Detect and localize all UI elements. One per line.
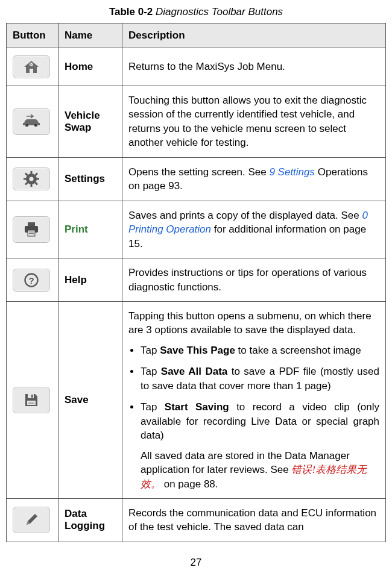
vehicle-swap-icon: [13, 108, 50, 135]
printer-icon: [13, 216, 50, 243]
svg-rect-14: [28, 222, 35, 226]
desc-cell-vehicle-swap: Touching this button allows you to exit …: [122, 86, 386, 158]
header-description: Description: [122, 23, 386, 48]
list-item: Tap Start Saving to record a video clip …: [141, 400, 379, 442]
table-row: Print Saves and prints a copy of the dis…: [7, 201, 386, 258]
svg-point-2: [26, 124, 28, 127]
desc-cell-save: Tapping this button opens a submenu, on …: [122, 301, 386, 498]
desc-cell-settings: Opens the setting screen. See 9 Settings…: [122, 157, 386, 201]
svg-text:?: ?: [28, 275, 34, 285]
list-item: Tap Save All Data to save a PDF file (mo…: [141, 364, 379, 393]
button-cell-help: ?: [7, 258, 58, 302]
svg-rect-7: [31, 184, 33, 187]
name-cell-help: Help: [58, 258, 122, 302]
table-row: M Home Returns to the MaxiSys Job Menu.: [7, 48, 386, 86]
header-button: Button: [7, 23, 58, 48]
svg-rect-22: [31, 395, 33, 398]
table-header-row: Button Name Description: [7, 23, 386, 48]
svg-rect-6: [31, 171, 33, 174]
svg-rect-23: [27, 401, 36, 405]
desc-cell-home: Returns to the MaxiSys Job Menu.: [122, 48, 386, 86]
table-caption-label: Table 0-2: [109, 6, 153, 17]
button-cell-home: M: [7, 48, 58, 86]
gear-icon: [13, 167, 50, 190]
button-cell-data-logging: [7, 498, 58, 542]
desc-cell-data-logging: Records the communication data and ECU i…: [122, 498, 386, 542]
button-cell-settings: [7, 157, 58, 201]
save-this-page-label: Save This Page: [160, 345, 235, 356]
desc-cell-print: Saves and prints a copy of the displayed…: [122, 201, 386, 258]
save-options-list: Tap Save This Page to take a screenshot …: [128, 343, 379, 443]
save-after-text: All saved data are stored in the Data Ma…: [128, 449, 379, 491]
table-row: Vehicle Swap Touching this button allows…: [7, 86, 386, 158]
name-cell-save: Save: [58, 301, 122, 498]
help-icon: ?: [13, 269, 50, 292]
button-cell-print: [7, 201, 58, 258]
name-cell-data-logging: Data Logging: [58, 498, 122, 542]
save-icon: [13, 387, 50, 413]
page-number: 27: [6, 557, 386, 569]
svg-rect-9: [36, 178, 39, 180]
button-cell-vehicle-swap: [7, 86, 58, 158]
table-caption-title: Diagnostics Toolbar Buttons: [156, 6, 283, 17]
table-caption: Table 0-2 Diagnostics Toolbar Buttons: [6, 6, 386, 18]
svg-point-3: [34, 124, 37, 127]
table-row: Save Tapping this button opens a submenu…: [7, 301, 386, 498]
home-icon: M: [13, 55, 50, 78]
desc-cell-help: Provides instructions or tips for operat…: [122, 258, 386, 302]
pencil-icon: [13, 507, 50, 533]
svg-point-5: [29, 177, 33, 181]
name-cell-settings: Settings: [58, 157, 122, 201]
button-cell-save: [7, 301, 58, 498]
diagnostics-toolbar-table: Button Name Description M Home Returns t…: [6, 23, 386, 542]
table-row: Data Logging Records the communication d…: [7, 498, 386, 542]
start-saving-label: Start Saving: [165, 401, 229, 413]
table-row: ? Help Provides instructions or tips for…: [7, 258, 386, 302]
table-row: Settings Opens the setting screen. See 9…: [7, 157, 386, 201]
header-name: Name: [58, 23, 122, 48]
name-cell-vehicle-swap: Vehicle Swap: [58, 86, 122, 158]
svg-text:M: M: [30, 63, 33, 66]
list-item: Tap Save This Page to take a screenshot …: [141, 343, 379, 357]
settings-xref-link[interactable]: 9 Settings: [269, 166, 315, 178]
name-cell-home: Home: [58, 48, 122, 86]
name-cell-print: Print: [58, 201, 122, 258]
svg-rect-8: [24, 178, 27, 180]
save-all-data-label: Save All Data: [161, 366, 227, 377]
